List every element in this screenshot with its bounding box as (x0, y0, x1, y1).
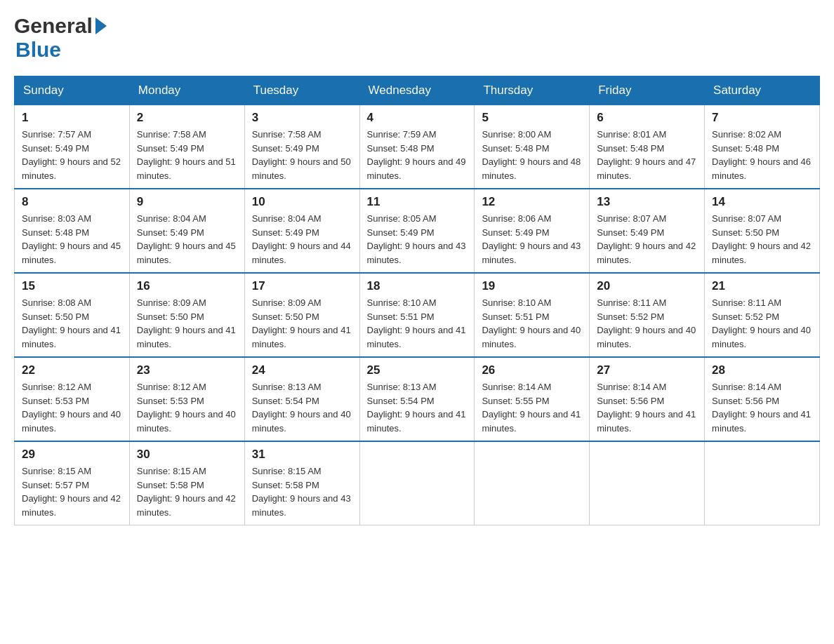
calendar-cell: 19Sunrise: 8:10 AMSunset: 5:51 PMDayligh… (475, 273, 590, 357)
day-number: 21 (712, 279, 812, 293)
calendar-cell: 24Sunrise: 8:13 AMSunset: 5:54 PMDayligh… (244, 357, 359, 441)
day-number: 23 (137, 363, 237, 377)
day-number: 26 (482, 363, 582, 377)
day-info: Sunrise: 8:08 AMSunset: 5:50 PMDaylight:… (22, 296, 122, 351)
calendar-cell: 11Sunrise: 8:05 AMSunset: 5:49 PMDayligh… (359, 189, 475, 273)
calendar-week-row: 29Sunrise: 8:15 AMSunset: 5:57 PMDayligh… (15, 441, 820, 525)
calendar-cell (590, 441, 705, 525)
day-number: 16 (137, 279, 237, 293)
day-info: Sunrise: 8:09 AMSunset: 5:50 PMDaylight:… (252, 296, 352, 351)
day-number: 2 (137, 111, 237, 125)
day-info: Sunrise: 8:15 AMSunset: 5:58 PMDaylight:… (252, 464, 352, 519)
day-info: Sunrise: 8:02 AMSunset: 5:48 PMDaylight:… (712, 128, 812, 182)
day-info: Sunrise: 8:05 AMSunset: 5:49 PMDaylight:… (367, 212, 468, 267)
day-info: Sunrise: 8:14 AMSunset: 5:55 PMDaylight:… (482, 380, 582, 435)
day-info: Sunrise: 8:10 AMSunset: 5:51 PMDaylight:… (367, 296, 468, 351)
column-header-friday: Friday (590, 76, 705, 105)
day-number: 4 (367, 111, 468, 125)
day-number: 11 (367, 195, 468, 209)
day-info: Sunrise: 8:09 AMSunset: 5:50 PMDaylight:… (137, 296, 237, 351)
day-info: Sunrise: 8:15 AMSunset: 5:57 PMDaylight:… (22, 464, 122, 519)
day-info: Sunrise: 8:12 AMSunset: 5:53 PMDaylight:… (22, 380, 122, 435)
calendar-week-row: 8Sunrise: 8:03 AMSunset: 5:48 PMDaylight… (15, 189, 820, 273)
day-info: Sunrise: 8:11 AMSunset: 5:52 PMDaylight:… (712, 296, 812, 351)
day-info: Sunrise: 7:58 AMSunset: 5:49 PMDaylight:… (137, 128, 237, 182)
day-info: Sunrise: 8:04 AMSunset: 5:49 PMDaylight:… (252, 212, 352, 267)
calendar-week-row: 1Sunrise: 7:57 AMSunset: 5:49 PMDaylight… (15, 105, 820, 189)
calendar-cell: 7Sunrise: 8:02 AMSunset: 5:48 PMDaylight… (705, 105, 820, 189)
calendar-week-row: 15Sunrise: 8:08 AMSunset: 5:50 PMDayligh… (15, 273, 820, 357)
day-number: 17 (252, 279, 352, 293)
calendar-cell: 1Sunrise: 7:57 AMSunset: 5:49 PMDaylight… (15, 105, 130, 189)
day-number: 9 (137, 195, 237, 209)
day-number: 5 (482, 111, 582, 125)
calendar-cell: 22Sunrise: 8:12 AMSunset: 5:53 PMDayligh… (15, 357, 130, 441)
calendar-cell (705, 441, 820, 525)
day-number: 14 (712, 195, 812, 209)
calendar-cell: 23Sunrise: 8:12 AMSunset: 5:53 PMDayligh… (129, 357, 244, 441)
day-info: Sunrise: 8:07 AMSunset: 5:49 PMDaylight:… (597, 212, 697, 267)
page-header: General Blue (14, 14, 820, 62)
calendar-cell: 4Sunrise: 7:59 AMSunset: 5:48 PMDaylight… (359, 105, 475, 189)
day-number: 6 (597, 111, 697, 125)
day-number: 12 (482, 195, 582, 209)
day-number: 22 (22, 363, 122, 377)
calendar-cell: 21Sunrise: 8:11 AMSunset: 5:52 PMDayligh… (705, 273, 820, 357)
calendar-cell: 14Sunrise: 8:07 AMSunset: 5:50 PMDayligh… (705, 189, 820, 273)
day-number: 13 (597, 195, 697, 209)
day-number: 20 (597, 279, 697, 293)
day-info: Sunrise: 8:14 AMSunset: 5:56 PMDaylight:… (597, 380, 697, 435)
day-number: 18 (367, 279, 468, 293)
calendar-cell: 27Sunrise: 8:14 AMSunset: 5:56 PMDayligh… (590, 357, 705, 441)
calendar-cell: 26Sunrise: 8:14 AMSunset: 5:55 PMDayligh… (475, 357, 590, 441)
calendar-cell: 31Sunrise: 8:15 AMSunset: 5:58 PMDayligh… (244, 441, 359, 525)
day-info: Sunrise: 8:01 AMSunset: 5:48 PMDaylight:… (597, 128, 697, 182)
day-number: 8 (22, 195, 122, 209)
day-number: 3 (252, 111, 352, 125)
column-header-monday: Monday (129, 76, 244, 105)
day-info: Sunrise: 8:04 AMSunset: 5:49 PMDaylight:… (137, 212, 237, 267)
day-number: 27 (597, 363, 697, 377)
day-info: Sunrise: 8:10 AMSunset: 5:51 PMDaylight:… (482, 296, 582, 351)
calendar-cell: 2Sunrise: 7:58 AMSunset: 5:49 PMDaylight… (129, 105, 244, 189)
calendar-cell: 20Sunrise: 8:11 AMSunset: 5:52 PMDayligh… (590, 273, 705, 357)
calendar-cell: 17Sunrise: 8:09 AMSunset: 5:50 PMDayligh… (244, 273, 359, 357)
day-number: 15 (22, 279, 122, 293)
day-number: 10 (252, 195, 352, 209)
day-info: Sunrise: 7:57 AMSunset: 5:49 PMDaylight:… (22, 128, 122, 182)
day-number: 29 (22, 448, 122, 462)
day-info: Sunrise: 8:13 AMSunset: 5:54 PMDaylight:… (367, 380, 468, 435)
calendar-cell: 5Sunrise: 8:00 AMSunset: 5:48 PMDaylight… (475, 105, 590, 189)
calendar-cell: 10Sunrise: 8:04 AMSunset: 5:49 PMDayligh… (244, 189, 359, 273)
day-info: Sunrise: 8:03 AMSunset: 5:48 PMDaylight:… (22, 212, 122, 267)
day-info: Sunrise: 8:12 AMSunset: 5:53 PMDaylight:… (137, 380, 237, 435)
calendar-cell: 25Sunrise: 8:13 AMSunset: 5:54 PMDayligh… (359, 357, 475, 441)
calendar-week-row: 22Sunrise: 8:12 AMSunset: 5:53 PMDayligh… (15, 357, 820, 441)
day-info: Sunrise: 8:11 AMSunset: 5:52 PMDaylight:… (597, 296, 697, 351)
day-info: Sunrise: 8:15 AMSunset: 5:58 PMDaylight:… (137, 464, 237, 519)
day-number: 28 (712, 363, 812, 377)
logo-text: General (14, 14, 93, 38)
day-info: Sunrise: 7:59 AMSunset: 5:48 PMDaylight:… (367, 128, 468, 182)
calendar-cell: 3Sunrise: 7:58 AMSunset: 5:49 PMDaylight… (244, 105, 359, 189)
day-info: Sunrise: 8:00 AMSunset: 5:48 PMDaylight:… (482, 128, 582, 182)
calendar-table: SundayMondayTuesdayWednesdayThursdayFrid… (14, 76, 820, 525)
logo-blue-label: Blue (15, 38, 61, 61)
day-number: 7 (712, 111, 812, 125)
calendar-cell: 8Sunrise: 8:03 AMSunset: 5:48 PMDaylight… (15, 189, 130, 273)
day-info: Sunrise: 8:07 AMSunset: 5:50 PMDaylight:… (712, 212, 812, 267)
logo: General Blue (14, 14, 109, 62)
calendar-cell: 6Sunrise: 8:01 AMSunset: 5:48 PMDaylight… (590, 105, 705, 189)
calendar-cell: 28Sunrise: 8:14 AMSunset: 5:56 PMDayligh… (705, 357, 820, 441)
column-header-tuesday: Tuesday (244, 76, 359, 105)
logo-arrow-icon (95, 18, 107, 34)
day-info: Sunrise: 8:14 AMSunset: 5:56 PMDaylight:… (712, 380, 812, 435)
day-number: 24 (252, 363, 352, 377)
calendar-cell: 16Sunrise: 8:09 AMSunset: 5:50 PMDayligh… (129, 273, 244, 357)
calendar-cell: 18Sunrise: 8:10 AMSunset: 5:51 PMDayligh… (359, 273, 475, 357)
column-header-thursday: Thursday (475, 76, 590, 105)
day-number: 1 (22, 111, 122, 125)
calendar-cell: 29Sunrise: 8:15 AMSunset: 5:57 PMDayligh… (15, 441, 130, 525)
day-info: Sunrise: 7:58 AMSunset: 5:49 PMDaylight:… (252, 128, 352, 182)
calendar-cell: 30Sunrise: 8:15 AMSunset: 5:58 PMDayligh… (129, 441, 244, 525)
